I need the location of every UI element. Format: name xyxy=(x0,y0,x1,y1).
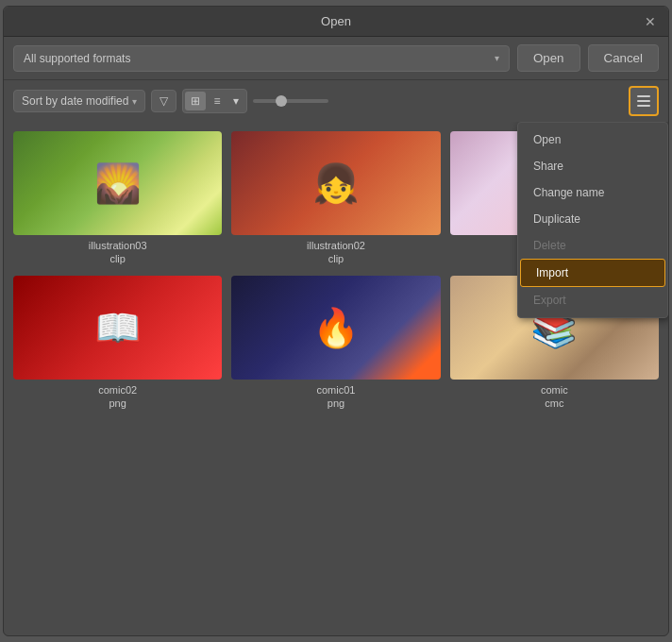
sort-dropdown[interactable]: Sort by date modified ▾ xyxy=(13,90,145,112)
file-thumb-wrapper xyxy=(231,131,440,235)
file-name: comiccmc xyxy=(541,383,568,411)
format-toolbar: All supported formats ▾ Open Cancel xyxy=(4,37,668,80)
menu-button[interactable] xyxy=(629,86,659,116)
format-label: All supported formats xyxy=(24,52,130,65)
hamburger-icon xyxy=(637,95,650,107)
filter-icon: ▽ xyxy=(160,94,168,108)
context-menu-item-import[interactable]: Import xyxy=(520,259,665,287)
file-thumb-wrapper xyxy=(231,276,440,380)
main-content: illustration03clip illustration02clip il… xyxy=(4,122,668,635)
grid-icon: ⊞ xyxy=(191,94,200,108)
zoom-slider-container xyxy=(253,99,623,103)
file-name: comic01png xyxy=(317,383,356,411)
context-menu-item-delete: Delete xyxy=(518,232,667,259)
file-thumbnail xyxy=(231,131,440,235)
view-toggle: ⊞ ≡ ▾ xyxy=(182,89,247,113)
close-button[interactable]: ✕ xyxy=(642,13,659,30)
file-name: illustration03clip xyxy=(89,239,147,266)
filter-button[interactable]: ▽ xyxy=(151,90,176,112)
detail-icon: ▾ xyxy=(233,94,239,108)
list-icon: ≡ xyxy=(213,94,220,108)
file-thumb-wrapper xyxy=(13,276,222,380)
file-name: illustration02clip xyxy=(307,239,365,266)
sort-chevron: ▾ xyxy=(132,96,137,107)
open-dialog: Open ✕ All supported formats ▾ Open Canc… xyxy=(3,6,669,636)
dialog-title: Open xyxy=(321,14,351,28)
file-thumb-wrapper xyxy=(13,131,222,235)
sort-toolbar: Sort by date modified ▾ ▽ ⊞ ≡ ▾ xyxy=(4,80,668,122)
context-menu-item-share[interactable]: Share xyxy=(518,153,667,179)
file-thumbnail xyxy=(13,276,222,380)
grid-view-button[interactable]: ⊞ xyxy=(185,92,206,110)
titlebar: Open ✕ xyxy=(4,7,668,37)
list-view-button[interactable]: ≡ xyxy=(208,92,226,110)
zoom-slider[interactable] xyxy=(253,99,328,103)
file-thumbnail xyxy=(231,276,440,380)
context-menu-item-duplicate[interactable]: Duplicate xyxy=(518,206,667,232)
file-item-comic01[interactable]: comic01png xyxy=(231,276,440,411)
context-menu-item-change-name[interactable]: Change name xyxy=(518,179,667,206)
file-name: comic02png xyxy=(98,383,137,411)
context-menu: OpenShareChange nameDuplicateDeleteImpor… xyxy=(517,122,668,318)
open-button[interactable]: Open xyxy=(517,44,580,72)
file-item-comic02[interactable]: comic02png xyxy=(13,276,222,411)
file-thumbnail xyxy=(13,131,222,235)
context-menu-item-open[interactable]: Open xyxy=(518,127,667,153)
file-item-illustration02[interactable]: illustration02clip xyxy=(231,131,440,266)
slider-handle xyxy=(276,95,287,107)
format-chevron: ▾ xyxy=(495,53,499,63)
file-item-illustration03[interactable]: illustration03clip xyxy=(13,131,222,266)
sort-label: Sort by date modified xyxy=(22,94,128,108)
context-menu-item-export: Export xyxy=(518,287,667,313)
detail-view-button[interactable]: ▾ xyxy=(227,92,244,110)
cancel-button[interactable]: Cancel xyxy=(588,44,660,72)
format-dropdown[interactable]: All supported formats ▾ xyxy=(13,45,510,72)
